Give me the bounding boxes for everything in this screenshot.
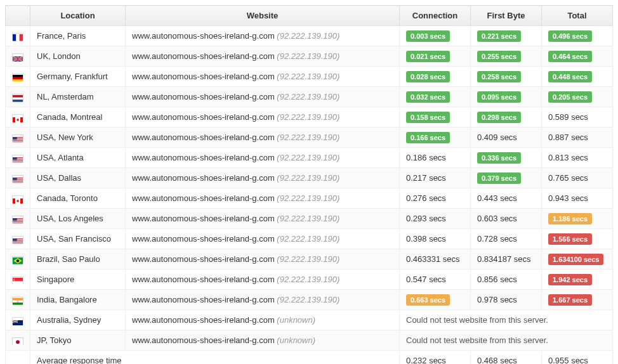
time-value: 0.589 secs bbox=[548, 112, 588, 122]
table-row[interactable]: Canada, Torontowww.autonomous-shoes-irel… bbox=[6, 188, 613, 209]
website-domain: www.autonomous-shoes-ireland-g.com bbox=[132, 31, 275, 41]
website-domain: www.autonomous-shoes-ireland-g.com bbox=[132, 254, 275, 264]
first-byte-cell: 0.856 secs bbox=[471, 270, 542, 290]
table-row[interactable]: USA, Los Angeleswww.autonomous-shoes-ire… bbox=[6, 209, 613, 229]
header-total[interactable]: Total bbox=[542, 6, 613, 26]
table-row[interactable]: Germany, Frankfurtwww.autonomous-shoes-i… bbox=[6, 67, 613, 87]
website-cell: www.autonomous-shoes-ireland-g.com (92.2… bbox=[126, 290, 400, 310]
average-row: Average response time0.232 secs0.468 sec… bbox=[6, 351, 613, 365]
flag-icon bbox=[12, 297, 23, 304]
average-connection: 0.232 secs bbox=[400, 351, 471, 365]
flag-icon bbox=[12, 33, 23, 41]
website-ip: (92.222.139.190) bbox=[277, 92, 339, 101]
table-row[interactable]: USA, San Franciscowww.autonomous-shoes-i… bbox=[6, 229, 613, 249]
location-cell: UK, London bbox=[30, 46, 126, 67]
first-byte-cell: 0.298 secs bbox=[471, 107, 542, 127]
website-domain: www.autonomous-shoes-ireland-g.com bbox=[132, 133, 275, 142]
location-cell: USA, Los Angeles bbox=[30, 209, 126, 229]
flag-icon bbox=[12, 114, 23, 122]
flag-icon bbox=[12, 256, 23, 264]
flag-icon bbox=[12, 155, 23, 162]
svg-rect-2 bbox=[20, 34, 23, 41]
svg-rect-6 bbox=[13, 75, 23, 77]
table-row[interactable]: NL, Amsterdamwww.autonomous-shoes-irelan… bbox=[6, 87, 613, 107]
time-value: 0.463331 secs bbox=[406, 254, 460, 264]
svg-rect-23 bbox=[13, 160, 23, 160]
flag-icon bbox=[12, 195, 23, 203]
location-cell: Germany, Frankfurt bbox=[30, 67, 126, 87]
flag-icon bbox=[12, 236, 23, 244]
connection-cell: 0.217 secs bbox=[400, 168, 471, 188]
flag-cell bbox=[6, 229, 30, 249]
time-value: 0.443 secs bbox=[477, 193, 517, 203]
header-website[interactable]: Website bbox=[126, 6, 400, 26]
svg-rect-16 bbox=[13, 140, 23, 140]
table-row[interactable]: France, Pariswww.autonomous-shoes-irelan… bbox=[6, 26, 613, 46]
svg-rect-9 bbox=[13, 95, 23, 98]
table-row[interactable]: USA, New Yorkwww.autonomous-shoes-irelan… bbox=[6, 127, 613, 148]
website-ip: (92.222.139.190) bbox=[277, 31, 339, 41]
website-ip: (92.222.139.190) bbox=[277, 193, 339, 203]
svg-rect-33 bbox=[13, 178, 17, 180]
website-domain: www.autonomous-shoes-ireland-g.com bbox=[132, 335, 275, 345]
connection-cell: 0.028 secs bbox=[400, 67, 471, 87]
svg-point-64 bbox=[16, 340, 20, 344]
website-cell: www.autonomous-shoes-ireland-g.com (92.2… bbox=[126, 46, 400, 67]
website-ip: (92.222.139.190) bbox=[277, 275, 339, 284]
svg-rect-41 bbox=[13, 222, 23, 223]
website-domain: www.autonomous-shoes-ireland-g.com bbox=[132, 193, 275, 203]
website-cell: www.autonomous-shoes-ireland-g.com (92.2… bbox=[126, 127, 400, 148]
website-cell: www.autonomous-shoes-ireland-g.com (92.2… bbox=[126, 270, 400, 290]
total-cell: 1.667 secs bbox=[542, 290, 613, 310]
location-cell: USA, New York bbox=[30, 127, 126, 148]
flag-icon bbox=[12, 134, 23, 142]
time-badge: 0.379 secs bbox=[477, 172, 521, 184]
flag-cell bbox=[6, 249, 30, 270]
time-badge: 0.003 secs bbox=[406, 30, 450, 42]
time-value: 0.293 secs bbox=[406, 214, 446, 223]
location-cell: USA, San Francisco bbox=[30, 229, 126, 249]
table-row[interactable]: UK, Londonwww.autonomous-shoes-ireland-g… bbox=[6, 46, 613, 67]
total-cell: 1.634100 secs bbox=[542, 249, 613, 270]
connection-cell: 0.276 secs bbox=[400, 188, 471, 209]
total-cell: 0.813 secs bbox=[542, 148, 613, 168]
header-location[interactable]: Location bbox=[30, 6, 126, 26]
website-ip: (92.222.139.190) bbox=[277, 51, 339, 61]
connection-cell: 0.547 secs bbox=[400, 270, 471, 290]
website-ip: (92.222.139.190) bbox=[277, 112, 339, 122]
website-cell: www.autonomous-shoes-ireland-g.com (92.2… bbox=[126, 148, 400, 168]
header-first-byte[interactable]: First Byte bbox=[471, 6, 542, 26]
svg-rect-40 bbox=[13, 221, 23, 221]
location-cell: USA, Dallas bbox=[30, 168, 126, 188]
website-domain: www.autonomous-shoes-ireland-g.com bbox=[132, 153, 275, 162]
header-connection[interactable]: Connection bbox=[400, 6, 471, 26]
flag-cell bbox=[6, 127, 30, 148]
svg-rect-19 bbox=[13, 137, 17, 140]
website-ip: (92.222.139.190) bbox=[277, 72, 339, 81]
table-row[interactable]: Canada, Montrealwww.autonomous-shoes-ire… bbox=[6, 107, 613, 127]
time-badge: 0.032 secs bbox=[406, 91, 450, 103]
table-row[interactable]: JP, Tokyowww.autonomous-shoes-ireland-g.… bbox=[6, 330, 613, 351]
table-row[interactable]: USA, Dallaswww.autonomous-shoes-ireland-… bbox=[6, 168, 613, 188]
average-first-byte: 0.468 secs bbox=[471, 351, 542, 365]
svg-rect-32 bbox=[13, 183, 23, 183]
time-badge: 0.255 secs bbox=[477, 51, 521, 62]
website-ip: (92.222.139.190) bbox=[277, 254, 339, 264]
time-badge: 0.021 secs bbox=[406, 51, 450, 62]
table-row[interactable]: USA, Atlantawww.autonomous-shoes-ireland… bbox=[6, 148, 613, 168]
time-value: 0.186 secs bbox=[406, 153, 446, 162]
flag-cell bbox=[6, 67, 30, 87]
table-row[interactable]: Brazil, Sao Paulowww.autonomous-shoes-ir… bbox=[6, 249, 613, 270]
total-cell: 1.942 secs bbox=[542, 270, 613, 290]
flag-cell bbox=[6, 107, 30, 127]
website-ip: (92.222.139.190) bbox=[277, 295, 339, 304]
time-value: 0.887 secs bbox=[548, 133, 588, 142]
table-row[interactable]: Australia, Sydneywww.autonomous-shoes-ir… bbox=[6, 310, 613, 330]
total-cell: 0.448 secs bbox=[542, 67, 613, 87]
time-badge: 0.496 secs bbox=[548, 30, 592, 42]
table-row[interactable]: Singaporewww.autonomous-shoes-ireland-g.… bbox=[6, 270, 613, 290]
total-cell: 0.496 secs bbox=[542, 26, 613, 46]
total-cell: 0.765 secs bbox=[542, 168, 613, 188]
table-row[interactable]: India, Bangalorewww.autonomous-shoes-ire… bbox=[6, 290, 613, 310]
average-label: Average response time bbox=[30, 351, 400, 365]
